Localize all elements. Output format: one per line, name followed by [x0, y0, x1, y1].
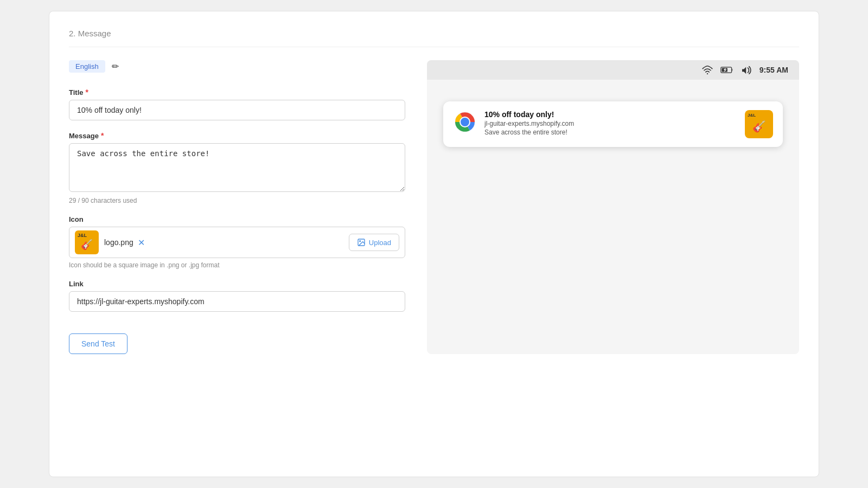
lang-row: English ✏ [69, 60, 405, 73]
icon-filename-row: logo.png ✕ [104, 237, 343, 248]
upload-label: Upload [369, 239, 391, 247]
right-panel: 9:55 AM [427, 60, 799, 354]
battery-icon [720, 66, 733, 74]
content-wrapper: English ✏ Title * Message * 29 / 90 char… [69, 60, 799, 354]
jl-label-small: J&L [748, 113, 756, 118]
wifi-icon [702, 66, 713, 74]
svg-point-1 [359, 241, 360, 242]
notif-domain: jl-guitar-experts.myshopify.com [484, 120, 737, 127]
status-time: 9:55 AM [760, 66, 788, 74]
icon-field-group: Icon J&L 🎸 logo.png ✕ [69, 215, 405, 269]
message-field-group: Message * 29 / 90 characters used [69, 131, 405, 204]
svg-point-9 [461, 118, 469, 126]
title-required: * [86, 88, 88, 97]
remove-icon[interactable]: ✕ [138, 237, 145, 248]
icon-filename-text: logo.png [104, 238, 133, 247]
chrome-icon [453, 110, 477, 134]
main-panel: 2. Message English ✏ Title * Message [49, 11, 819, 477]
icon-thumbnail: J&L 🎸 [75, 230, 99, 254]
edit-icon[interactable]: ✏ [112, 61, 119, 72]
title-input[interactable] [69, 100, 405, 120]
icon-label: Icon [69, 215, 405, 223]
icon-upload-row: J&L 🎸 logo.png ✕ Upload [69, 227, 405, 258]
volume-icon [741, 66, 752, 74]
status-bar: 9:55 AM [427, 60, 799, 80]
svg-marker-5 [742, 67, 746, 74]
message-textarea[interactable] [69, 143, 405, 192]
icon-hint: Icon should be a square image in .png or… [69, 261, 405, 269]
guitar-icon-small: 🎸 [752, 120, 766, 133]
title-field-group: Title * [69, 88, 405, 120]
upload-button[interactable]: Upload [349, 234, 399, 251]
upload-icon [357, 238, 366, 247]
message-label: Message * [69, 131, 405, 140]
notif-message: Save across the entire store! [484, 129, 737, 136]
link-label: Link [69, 280, 405, 288]
title-label: Title * [69, 88, 405, 97]
chrome-logo [453, 110, 477, 134]
link-input[interactable] [69, 291, 405, 312]
language-badge[interactable]: English [69, 60, 105, 73]
jl-label: J&L [78, 233, 87, 238]
notification-card: 10% off today only! jl-guitar-experts.my… [443, 101, 783, 147]
notif-title: 10% off today only! [484, 110, 737, 119]
notif-logo: J&L 🎸 [745, 110, 773, 138]
message-required: * [101, 131, 104, 140]
send-test-button[interactable]: Send Test [69, 333, 127, 354]
notification-content: 10% off today only! jl-guitar-experts.my… [484, 110, 737, 136]
link-field-group: Link [69, 280, 405, 312]
svg-point-2 [707, 73, 708, 74]
section-title: 2. Message [69, 29, 799, 47]
guitar-icon: 🎸 [81, 239, 93, 251]
char-count: 29 / 90 characters used [69, 197, 405, 204]
left-panel: English ✏ Title * Message * 29 / 90 char… [69, 60, 405, 354]
